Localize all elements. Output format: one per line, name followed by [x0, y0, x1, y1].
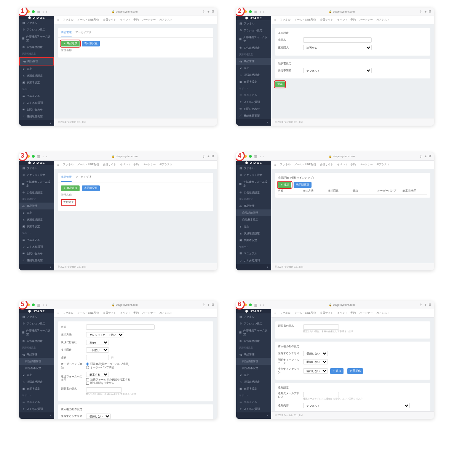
row-menu-icon[interactable]: ⋮ — [208, 201, 210, 204]
radio-normal[interactable]: 通常商品(非オーダーバンプ商品) — [86, 363, 129, 366]
rebuy-select[interactable]: 許可する — [303, 45, 372, 50]
notify-mail-input[interactable] — [303, 392, 339, 397]
name-input[interactable] — [86, 324, 155, 330]
column-header-name: 管理名称 — [61, 46, 210, 54]
receipt-name-input[interactable] — [303, 324, 339, 330]
display-order-button[interactable]: 表示順変更 — [82, 185, 100, 191]
nav-event[interactable]: イベント・予約 — [120, 18, 139, 22]
sidebar-item-products[interactable]: 🛍商品管理 — [19, 203, 54, 209]
megaphone-icon: ✆ — [22, 46, 25, 49]
sidebar-item-funnel[interactable]: ▤ファネル — [19, 19, 54, 26]
label-bundle: 開始するバンドルコース — [278, 358, 301, 365]
checkbox-period[interactable]: 販売期間を指定する — [86, 382, 130, 385]
product-name-input[interactable] — [303, 37, 372, 43]
sidebar-item-products[interactable]: 🛍商品管理 — [236, 203, 271, 209]
nav-partner[interactable]: パートナー — [142, 18, 156, 22]
add-product-button[interactable]: ＋ 商品追加 — [61, 185, 80, 191]
url-bar[interactable]: 🔒 utage-system.com — [112, 10, 137, 13]
agent-select[interactable]: Stripe — [86, 340, 109, 345]
receipt-hint: 指定しない場合、名称が品名として参照されます — [86, 393, 136, 396]
section-postbuy: 購入後の動作設定 — [278, 345, 427, 348]
th-visible: 表示/非表示 — [403, 189, 427, 193]
yen-icon: ¥ — [22, 68, 25, 70]
action-sync-button[interactable]: ↻ 同期化 — [347, 368, 363, 374]
sidebar-item-form[interactable]: ▦外部連携フォーム設定 — [19, 33, 54, 44]
label-method: 支払方法 — [61, 333, 84, 337]
sidebar-item-feedback[interactable]: ☄機能改善要望 — [19, 113, 54, 120]
label-show: 連携フォームへの表示 — [61, 375, 84, 382]
add-detail-button[interactable]: ＋ 追加 — [278, 182, 291, 188]
th-name: 名称 — [278, 189, 303, 193]
display-order-button[interactable]: 表示順変更 — [294, 182, 312, 188]
tabs-icon[interactable]: ⧉ — [212, 10, 214, 14]
checkbox-form-label[interactable]: 連携フォームでの表記を指定する — [86, 378, 130, 382]
receipt-name-input[interactable] — [86, 387, 122, 393]
product-row-item[interactable]: 受付終了 — [61, 199, 76, 206]
column-header-name: 管理名称 — [61, 191, 210, 199]
sidebar-item-products[interactable]: 🛍商品管理 — [236, 58, 271, 65]
book-icon: ☰ — [22, 94, 25, 97]
nav-ai[interactable]: AIアシスト — [160, 18, 173, 22]
sidebar-item-business[interactable]: ▣事業者設定 — [19, 79, 54, 86]
label-amount: 金額 — [61, 356, 84, 359]
th-price: 価格 — [353, 189, 377, 193]
label-times: 支払回数 — [61, 348, 84, 352]
amount-input[interactable] — [86, 355, 109, 360]
fwd-icon[interactable]: › — [46, 10, 47, 14]
sidebar-item-payment-settings[interactable]: ⎋決済連携設定 — [19, 72, 54, 79]
building-icon: ▣ — [22, 81, 25, 84]
action-add-button[interactable]: ＋ 追加 — [330, 368, 344, 374]
method-select[interactable]: クレジットカード払い — [86, 332, 124, 337]
scenario-select[interactable]: 登録しない — [86, 414, 111, 419]
plus-icon[interactable]: + — [208, 10, 209, 14]
notify-body-select[interactable]: デフォルト — [303, 403, 410, 408]
tab-archived[interactable]: アーカイブ済 — [75, 28, 91, 37]
sidebar-item-product-detail[interactable]: 商品詳細管理 — [236, 209, 271, 216]
add-product-button[interactable]: ＋ 商品追加 — [61, 41, 80, 46]
sidebar-item-faq[interactable]: ?よくある質問 — [19, 99, 54, 106]
top-nav: ≡ ファネル メール・LINE配信 会員サイト イベント・予約 パートナー AI… — [54, 16, 217, 24]
page-title: 商品詳細（価格ラインナップ） — [278, 176, 427, 180]
sidebar-collapse[interactable]: ‹ — [19, 120, 54, 126]
share-icon[interactable]: ⇧ — [202, 10, 205, 14]
footer: © 2024 Fountain Co., Ltd. — [54, 118, 217, 126]
issuer-select[interactable]: デフォルト — [303, 68, 372, 73]
max-dot[interactable] — [32, 10, 35, 13]
scenario-select[interactable]: 登録しない — [303, 351, 328, 356]
sidebar-item-product-detail[interactable]: 商品詳細管理 — [19, 358, 54, 365]
sidebar-item-sales[interactable]: ¥売上 — [19, 65, 54, 72]
receipt-hint: 指定しない場合、名称が品名として参照されます — [303, 330, 353, 333]
sidebar-item-product-detail[interactable]: 商品詳細管理 — [236, 358, 271, 365]
sidebar-item-product-basic[interactable]: 商品基本設定 — [236, 216, 271, 223]
nav-member[interactable]: 会員サイト — [103, 18, 116, 22]
tab-products[interactable]: 商品管理 — [61, 173, 72, 182]
back-icon[interactable]: ‹ — [43, 10, 44, 14]
label-receipt-name: 領収書の品名 — [61, 387, 84, 391]
form-icon: ▦ — [22, 37, 25, 40]
action-select[interactable]: 実行しない — [303, 368, 328, 374]
action-icon: ⚙ — [22, 28, 25, 31]
bundle-select[interactable]: 開始しない — [303, 359, 328, 364]
label-bump: オーダーバンプ商品 — [61, 363, 84, 369]
tab-archived[interactable]: アーカイブ済 — [75, 173, 91, 182]
times-select[interactable]: 一回払い — [86, 347, 109, 353]
sidebar-item-ad[interactable]: ✆広告連携設定 — [19, 44, 54, 51]
nav-funnel[interactable]: ファネル — [63, 18, 74, 22]
nav-mail[interactable]: メール・LINE配信 — [77, 18, 99, 22]
sidebar-item-products[interactable]: 🛍商品管理 — [19, 57, 54, 65]
checkbox-icon — [86, 382, 89, 385]
tab-products[interactable]: 商品管理 — [61, 28, 72, 37]
app-logo[interactable]: ⬢ UTAGE — [19, 16, 54, 19]
show-select[interactable]: 表示する — [86, 372, 109, 377]
sidebar-item-contact[interactable]: ✉お問い合わせ — [19, 106, 54, 113]
table-header: 名称 支払方法 支払回数 価格 オーダーバンプ 表示/非表示 — [278, 188, 427, 195]
save-button[interactable]: 保存 — [275, 81, 285, 87]
label-product-name: 商品名 — [278, 38, 301, 42]
radio-bump[interactable]: オーダーバンプ商品 — [86, 366, 129, 369]
th-times: 支払回数 — [328, 189, 353, 193]
sidebar-toggle-icon[interactable]: ▥ — [37, 10, 40, 14]
sidebar-item-action[interactable]: ⚙アクション設定 — [19, 26, 54, 33]
sidebar-item-manual[interactable]: ☰マニュアル — [19, 93, 54, 99]
hamburger-icon[interactable]: ≡ — [57, 18, 59, 22]
display-order-button[interactable]: 表示順変更 — [82, 41, 100, 46]
